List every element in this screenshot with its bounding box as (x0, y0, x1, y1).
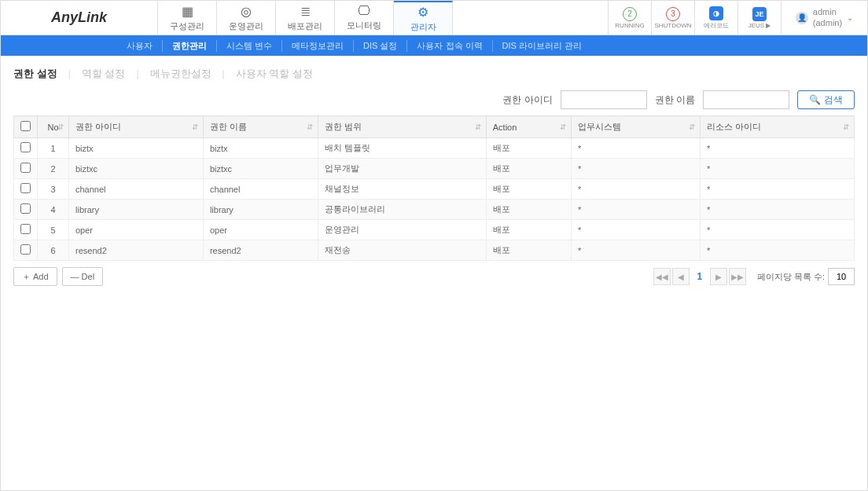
cell-scope: 재전송 (318, 240, 486, 261)
cell-no: 2 (38, 159, 69, 179)
table-row[interactable]: 5operoper운영관리배포** (14, 220, 855, 240)
tab-0[interactable]: 권한 설정 (13, 67, 57, 81)
sort-icon: ⇵ (843, 125, 849, 130)
tab-1[interactable]: 역할 설정 (82, 67, 126, 81)
cell-id: biztx (69, 138, 204, 159)
pager-last[interactable]: ▶▶ (729, 268, 746, 285)
page-size-label: 페이지당 목록 수: (757, 271, 825, 283)
table-row[interactable]: 6resend2resend2재전송배포** (14, 240, 855, 261)
search-icon: 🔍 (809, 94, 821, 105)
user-menu[interactable]: 👤 admin (admin) ⌄ (781, 1, 867, 35)
topnav-label-3: 모니터링 (347, 20, 381, 31)
tab-2[interactable]: 메뉴권한설정 (150, 67, 211, 81)
table-row[interactable]: 3channelchannel채널정보배포** (14, 179, 855, 200)
cell-action: 배포 (486, 240, 571, 261)
search-input-name[interactable] (703, 90, 789, 109)
cell-name: library (203, 200, 318, 220)
search-label-name: 권한 이름 (655, 93, 695, 107)
topnav-item-2[interactable]: ≣배포관리 (276, 1, 335, 35)
pager: ◀◀ ◀ 1 ▶ ▶▶ (653, 268, 746, 285)
subnav-item-2[interactable]: 시스템 변수 (217, 40, 282, 52)
topnav-item-1[interactable]: ◎운영관리 (217, 1, 276, 35)
page-size-input[interactable] (828, 268, 855, 285)
cell-id: resend2 (69, 240, 204, 261)
row-checkbox[interactable] (20, 203, 31, 214)
subnav-item-4[interactable]: DIS 설정 (354, 40, 407, 52)
add-button[interactable]: ＋ Add (13, 267, 57, 286)
tab-sep: | (223, 68, 225, 79)
ecode-label: 에러코드 (704, 21, 729, 30)
del-button[interactable]: — Del (62, 267, 104, 286)
jeus-icon: JE (752, 7, 767, 21)
search-label-id: 권한 아이디 (502, 93, 552, 107)
col-header-1[interactable]: 권한 아이디⇵ (69, 116, 204, 138)
select-all-checkbox[interactable] (20, 121, 31, 131)
search-input-id[interactable] (561, 90, 647, 109)
col-header-5[interactable]: 업무시스템⇵ (572, 116, 701, 138)
status-ecode[interactable]: ◑ 에러코드 (694, 1, 737, 35)
subnav-item-6[interactable]: DIS 라이브러리 관리 (493, 40, 591, 52)
row-checkbox[interactable] (20, 183, 31, 193)
chevron-down-icon: ⌄ (847, 13, 853, 22)
jeus-label: JEUS ▶ (748, 22, 771, 29)
cell-scope: 채널정보 (318, 179, 486, 200)
cell-sys: * (572, 240, 701, 261)
subnav: 사용자권한관리시스템 변수메타정보관리DIS 설정사용자 접속 이력DIS 라이… (1, 35, 867, 56)
tab-sep: | (68, 68, 71, 79)
pager-next[interactable]: ▶ (710, 268, 727, 285)
table-row[interactable]: 2biztxcbiztxc업무개발배포** (14, 159, 855, 179)
cell-res: * (701, 240, 855, 261)
cell-id: channel (69, 179, 204, 200)
subnav-item-1[interactable]: 권한관리 (163, 40, 217, 52)
status-shutdown[interactable]: 3 SHUTDOWN (651, 1, 694, 35)
col-header-3[interactable]: 권한 범위⇵ (318, 116, 486, 138)
pager-first[interactable]: ◀◀ (653, 268, 671, 285)
search-button[interactable]: 🔍 검색 (797, 90, 855, 109)
row-checkbox[interactable] (20, 163, 31, 173)
table-row[interactable]: 1biztxbiztx배치 템플릿배포** (14, 138, 855, 159)
col-header-0[interactable]: No⇵ (38, 116, 69, 138)
page-tabs: 권한 설정|역할 설정|메뉴권한설정|사용자 역할 설정 (13, 67, 855, 81)
row-checkbox[interactable] (20, 142, 31, 152)
col-header-6[interactable]: 리소스 아이디⇵ (701, 116, 855, 138)
col-header-2[interactable]: 권한 이름⇵ (203, 116, 318, 138)
cell-scope: 공통라이브러리 (318, 200, 486, 220)
cell-name: biztxc (203, 159, 318, 179)
topnav-label-0: 구성관리 (170, 20, 204, 32)
running-count: 2 (623, 7, 637, 21)
topnav-item-3[interactable]: 🖵모니터링 (335, 1, 394, 35)
plus-icon: ＋ (22, 271, 31, 283)
cell-scope: 운영관리 (318, 220, 486, 240)
topnav-label-2: 배포관리 (288, 20, 322, 32)
tab-sep: | (136, 68, 138, 79)
cell-res: * (701, 138, 855, 159)
status-running[interactable]: 2 RUNNING (608, 1, 651, 35)
cell-action: 배포 (486, 200, 571, 220)
row-checkbox[interactable] (20, 244, 31, 255)
subnav-item-5[interactable]: 사용자 접속 이력 (407, 40, 492, 52)
sort-icon: ⇵ (57, 125, 64, 130)
shutdown-count: 3 (666, 7, 680, 21)
cell-res: * (701, 200, 855, 220)
search-button-label: 검색 (824, 93, 843, 107)
status-jeus[interactable]: JE JEUS ▶ (737, 1, 781, 35)
col-header-4[interactable]: Action⇵ (486, 116, 571, 138)
cell-id: oper (69, 220, 204, 240)
subnav-item-3[interactable]: 메타정보관리 (282, 40, 354, 52)
tab-3[interactable]: 사용자 역할 설정 (236, 67, 313, 81)
cell-no: 5 (38, 220, 69, 240)
topnav-item-0[interactable]: ▦구성관리 (158, 1, 217, 35)
pager-prev[interactable]: ◀ (672, 268, 690, 285)
cell-name: biztx (203, 138, 318, 159)
logo: AnyLink (1, 1, 158, 35)
topnav-item-4[interactable]: ⚙관리자 (394, 1, 453, 35)
subnav-item-0[interactable]: 사용자 (17, 40, 163, 52)
topbar: AnyLink ▦구성관리◎운영관리≣배포관리🖵모니터링⚙관리자 2 RUNNI… (1, 1, 867, 35)
cell-no: 3 (38, 179, 69, 200)
table-row[interactable]: 4librarylibrary공통라이브러리배포** (14, 200, 855, 220)
cell-action: 배포 (486, 179, 571, 200)
cell-action: 배포 (486, 138, 571, 159)
row-checkbox[interactable] (20, 224, 31, 234)
cell-name: oper (203, 220, 318, 240)
cell-sys: * (572, 179, 701, 200)
